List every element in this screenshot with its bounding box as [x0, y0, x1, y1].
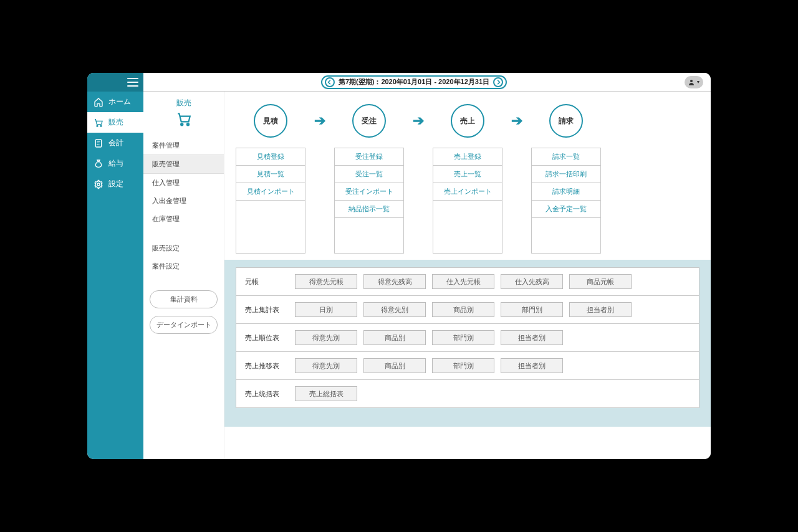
nav-label: 会計 [108, 138, 123, 148]
subnav-item[interactable]: 仕入管理 [143, 174, 224, 192]
svg-point-3 [97, 183, 100, 186]
subnav-item[interactable]: 販売管理 [143, 154, 224, 174]
step-circle[interactable]: 見積 [254, 104, 287, 138]
link-item[interactable]: 見積一覧 [236, 166, 305, 183]
subnav-title: 販売 [143, 98, 224, 108]
report-chip[interactable]: 仕入先残高 [501, 274, 563, 289]
period-prev-button[interactable] [325, 77, 335, 87]
subnav-item[interactable]: 入出金管理 [143, 192, 224, 210]
nav-home[interactable]: ホーム [87, 92, 143, 112]
report-chip[interactable]: 部門別 [501, 302, 563, 317]
arrow-right-icon: ➔ [511, 104, 522, 138]
svg-point-1 [100, 125, 102, 126]
reports-area: 元帳 得意先元帳 得意先残高 仕入先元帳 仕入先残高 商品元帳 売上集計表 日別 [224, 260, 711, 427]
period-selector: 第7期(翌期)：2020年01月01日 - 2020年12月31日 [321, 75, 507, 89]
report-chip[interactable]: 商品別 [432, 302, 494, 317]
nav-accounting[interactable]: 会計 [87, 133, 143, 153]
nav-label: 販売 [108, 117, 123, 128]
report-chip[interactable]: 仕入先元帳 [432, 274, 494, 289]
hamburger-icon[interactable] [127, 78, 138, 87]
home-icon [94, 97, 103, 107]
link-item[interactable]: 受注登録 [335, 148, 403, 166]
report-label: 売上順位表 [245, 333, 289, 343]
link-item[interactable]: 請求一覧 [532, 148, 600, 166]
link-item[interactable]: 見積インポート [236, 183, 305, 201]
step-circle[interactable]: 売上 [451, 104, 484, 138]
app-window: ホーム 販売 会計 給与 設定 [87, 73, 711, 459]
report-chip[interactable]: 得意先別 [363, 302, 426, 317]
svg-point-0 [97, 125, 98, 126]
flow-step-invoice: 請求 請求一覧 請求一括印刷 請求明細 入金予定一覧 [531, 104, 601, 254]
report-chip[interactable]: 担当者別 [501, 330, 563, 345]
workflow-row: 見積 見積登録 見積一覧 見積インポート ➔ 受注 受注登録 受注一覧 [224, 92, 711, 260]
report-chip[interactable]: 担当者別 [569, 302, 632, 317]
main-area: 第7期(翌期)：2020年01月01日 - 2020年12月31日 ▼ 販売 案… [143, 73, 711, 459]
cart-icon [94, 118, 103, 128]
user-menu-button[interactable]: ▼ [685, 76, 703, 88]
link-item[interactable]: 見積登録 [236, 148, 305, 166]
flow-step-quote: 見積 見積登録 見積一覧 見積インポート [236, 104, 305, 254]
report-card: 売上順位表 得意先別 商品別 部門別 担当者別 [236, 324, 699, 352]
chevron-down-icon: ▼ [696, 80, 701, 84]
subnav-item[interactable]: 案件管理 [143, 136, 224, 154]
link-item[interactable]: 受注インポート [335, 183, 403, 201]
period-next-button[interactable] [493, 77, 503, 87]
cart-icon [143, 111, 224, 129]
link-item[interactable]: 売上一覧 [433, 166, 502, 183]
nav-label: 給与 [108, 158, 123, 169]
report-card: 売上集計表 日別 得意先別 商品別 部門別 担当者別 [236, 296, 699, 324]
period-text: 第7期(翌期)：2020年01月01日 - 2020年12月31日 [339, 77, 489, 87]
step-linkbox: 受注登録 受注一覧 受注インポート 納品指示一覧 [334, 148, 404, 254]
report-chip[interactable]: 得意先元帳 [295, 274, 357, 289]
subnav-item[interactable]: 販売設定 [143, 239, 224, 257]
data-import-button[interactable]: データインポート [150, 316, 218, 334]
report-chip[interactable]: 担当者別 [501, 358, 563, 373]
nav-payroll[interactable]: 給与 [87, 153, 143, 174]
report-card: 売上推移表 得意先別 商品別 部門別 担当者別 [236, 352, 699, 380]
link-item[interactable]: 売上登録 [433, 148, 502, 166]
user-icon [688, 78, 695, 86]
step-circle[interactable]: 請求 [549, 104, 583, 138]
step-circle[interactable]: 受注 [352, 104, 386, 138]
link-item[interactable]: 請求明細 [532, 183, 600, 201]
link-item[interactable]: 請求一括印刷 [532, 166, 600, 183]
report-chip[interactable]: 日別 [295, 302, 357, 317]
subnav-item[interactable]: 在庫管理 [143, 210, 224, 228]
report-chip[interactable]: 部門別 [432, 358, 494, 373]
subnav-item[interactable]: 案件設定 [143, 257, 224, 275]
report-chip[interactable]: 部門別 [432, 330, 494, 345]
report-chip[interactable]: 得意先別 [295, 330, 357, 345]
report-card: 元帳 得意先元帳 得意先残高 仕入先元帳 仕入先残高 商品元帳 [236, 267, 699, 296]
nav-label: ホーム [108, 97, 131, 107]
step-linkbox: 見積登録 見積一覧 見積インポート [236, 148, 305, 254]
arrow-right-icon: ➔ [413, 104, 424, 138]
svg-point-4 [690, 80, 693, 82]
nav-settings[interactable]: 設定 [87, 174, 143, 194]
nav-sales[interactable]: 販売 [87, 112, 143, 133]
report-chip[interactable]: 売上総括表 [295, 386, 357, 401]
report-chip[interactable]: 得意先残高 [363, 274, 426, 289]
step-linkbox: 請求一覧 請求一括印刷 請求明細 入金予定一覧 [531, 148, 601, 254]
svg-point-5 [181, 123, 183, 125]
aggregate-button[interactable]: 集計資料 [150, 290, 218, 308]
link-item[interactable]: 納品指示一覧 [335, 201, 403, 218]
report-chip[interactable]: 商品別 [363, 330, 426, 345]
svg-point-6 [186, 123, 188, 125]
link-item[interactable]: 売上インポート [433, 183, 502, 201]
money-bag-icon [94, 159, 103, 169]
report-label: 売上集計表 [245, 305, 289, 315]
flow-step-order: 受注 受注登録 受注一覧 受注インポート 納品指示一覧 [334, 104, 404, 254]
link-item[interactable]: 受注一覧 [335, 166, 403, 183]
link-item[interactable]: 入金予定一覧 [532, 201, 600, 218]
panel: 見積 見積登録 見積一覧 見積インポート ➔ 受注 受注登録 受注一覧 [224, 92, 711, 459]
step-linkbox: 売上登録 売上一覧 売上インポート [433, 148, 502, 254]
report-card: 売上統括表 売上総括表 [236, 380, 699, 408]
report-chip[interactable]: 商品別 [363, 358, 426, 373]
content: 販売 案件管理 販売管理 仕入管理 入出金管理 在庫管理 販売設定 案件設定 集… [143, 92, 711, 459]
report-chip[interactable]: 得意先別 [295, 358, 357, 373]
report-label: 売上推移表 [245, 361, 289, 371]
calculator-icon [94, 138, 103, 148]
sidebar-header [87, 73, 143, 92]
report-chip[interactable]: 商品元帳 [569, 274, 632, 289]
arrow-right-icon: ➔ [314, 104, 325, 138]
